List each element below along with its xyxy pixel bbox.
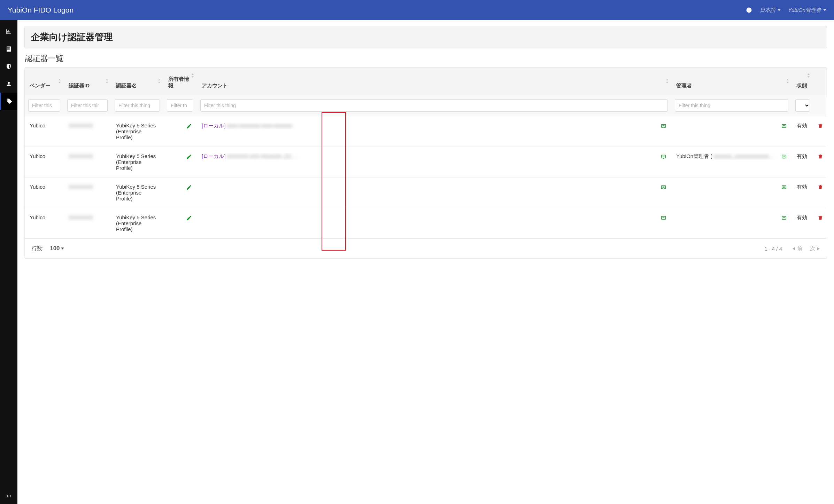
cell-owner [163, 208, 197, 239]
account-value: XXXXXX-xXX-XXxxxXx ,[ロ… [227, 153, 297, 159]
cell-status: 有効 [792, 116, 813, 147]
filter-admin[interactable] [675, 99, 788, 112]
inbox-icon[interactable] [661, 214, 666, 221]
account-value: xxxx-xxxxxxxx-xxxx-xxxxxxx [227, 123, 293, 128]
cell-status: 有効 [792, 147, 813, 178]
sidebar-item-authenticators[interactable] [0, 93, 17, 110]
language-label: 日本語 [760, 7, 775, 14]
chevron-down-icon [61, 247, 64, 250]
content: 企業向け認証器管理 認証器一覧 ベンダー 認証器ID 認証器名 所有者情報 アカ… [17, 20, 834, 504]
col-delete [813, 68, 827, 95]
filter-authenticator-id[interactable] [67, 99, 108, 112]
cell-authenticator-name: YubiKey 5 Series (Enterprise Profile) [111, 178, 163, 208]
cell-account [197, 208, 671, 239]
sidebar-item-users[interactable] [0, 75, 17, 93]
info-icon[interactable] [746, 7, 752, 13]
topbar: YubiOn FIDO Logon 日本語 YubiOn管理者 [0, 0, 834, 20]
filter-authenticator-name[interactable] [115, 99, 160, 112]
user-label: YubiOn管理者 [788, 7, 821, 14]
inbox-icon[interactable] [781, 123, 787, 129]
page-title: 企業向け認証器管理 [31, 31, 820, 43]
language-dropdown[interactable]: 日本語 [760, 7, 781, 14]
edit-icon[interactable] [186, 184, 192, 190]
trash-icon[interactable] [818, 123, 823, 128]
inbox-icon[interactable] [781, 184, 787, 190]
col-status[interactable]: 状態 [792, 68, 813, 95]
sidebar-toggle[interactable] [0, 488, 17, 504]
cell-owner [163, 178, 197, 208]
cell-vendor: Yubico [25, 147, 64, 178]
pager: 前 次 [793, 245, 820, 252]
inbox-icon[interactable] [661, 123, 666, 129]
col-admin[interactable]: 管理者 [671, 68, 792, 95]
col-account[interactable]: アカウント [197, 68, 671, 95]
cell-admin [671, 178, 792, 208]
edit-icon[interactable] [186, 123, 192, 128]
trash-icon[interactable] [818, 184, 823, 190]
brand-title: YubiOn FIDO Logon [8, 6, 74, 14]
page-next[interactable]: 次 [810, 245, 820, 252]
filter-status[interactable] [795, 99, 810, 112]
cell-delete [813, 116, 827, 147]
cell-authenticator-id: XXXXXXX [64, 116, 111, 147]
col-authenticator-id[interactable]: 認証器ID [64, 68, 111, 95]
authenticator-table: ベンダー 認証器ID 認証器名 所有者情報 アカウント 管理者 状態 [25, 68, 827, 238]
cell-authenticator-name: YubiKey 5 Series (Enterprise Profile) [111, 208, 163, 239]
triangle-left-icon [793, 247, 795, 250]
filter-account[interactable] [200, 99, 668, 112]
col-owner-info[interactable]: 所有者情報 [163, 68, 197, 95]
cell-authenticator-id: XXXXXXX [64, 147, 111, 178]
rows-label: 行数: [32, 245, 44, 252]
page-prev[interactable]: 前 [793, 245, 802, 252]
inbox-icon[interactable] [661, 153, 666, 160]
chevron-down-icon [778, 9, 781, 11]
cell-status: 有効 [792, 208, 813, 239]
user-dropdown[interactable]: YubiOn管理者 [788, 7, 826, 14]
chart-icon [6, 29, 12, 35]
cell-vendor: Yubico [25, 208, 64, 239]
inbox-icon[interactable] [661, 184, 666, 190]
edit-icon[interactable] [186, 153, 192, 159]
cell-account [197, 178, 671, 208]
cell-status: 有効 [792, 178, 813, 208]
cell-admin [671, 208, 792, 239]
account-prefix: [ローカル] [202, 153, 225, 159]
sidebar-item-dashboard[interactable] [0, 23, 17, 40]
trash-icon[interactable] [818, 153, 823, 159]
cell-authenticator-id: XXXXXXX [64, 178, 111, 208]
cell-admin: YubiOn管理者 ( xxxxxxx_xxxxxxxxxxxxx… [671, 147, 792, 178]
expand-icon [5, 493, 12, 499]
sidebar [0, 20, 17, 504]
cell-vendor: Yubico [25, 178, 64, 208]
inbox-icon[interactable] [781, 214, 787, 221]
page-header: 企業向け認証器管理 [24, 26, 827, 48]
cell-account: [ローカル] XXXXXX-xXX-XXxxxXx ,[ロ… [197, 147, 671, 178]
list-title: 認証器一覧 [25, 53, 827, 64]
admin-value: YubiOn管理者 ( [676, 153, 712, 159]
inbox-icon[interactable] [781, 153, 787, 160]
sidebar-item-organization[interactable] [0, 40, 17, 58]
table-row: Yubico XXXXXXX YubiKey 5 Series (Enterpr… [25, 208, 827, 239]
cell-delete [813, 208, 827, 239]
cell-account: [ローカル] xxxx-xxxxxxxx-xxxx-xxxxxxx [197, 116, 671, 147]
rows-per-page[interactable]: 100 [50, 245, 64, 252]
building-icon [6, 46, 12, 52]
page-range: 1 - 4 / 4 [764, 246, 782, 252]
col-vendor[interactable]: ベンダー [25, 68, 64, 95]
table-row: Yubico XXXXXXX YubiKey 5 Series (Enterpr… [25, 147, 827, 178]
cell-authenticator-name: YubiKey 5 Series (Enterprise Profile) [111, 147, 163, 178]
user-icon [6, 81, 12, 87]
account-prefix: [ローカル] [202, 123, 225, 128]
table-wrapper: ベンダー 認証器ID 認証器名 所有者情報 アカウント 管理者 状態 [24, 67, 827, 259]
filter-vendor[interactable] [28, 99, 60, 112]
cell-delete [813, 178, 827, 208]
sidebar-item-security[interactable] [0, 58, 17, 75]
filter-owner[interactable] [167, 99, 193, 112]
col-authenticator-name[interactable]: 認証器名 [111, 68, 163, 95]
table-footer: 行数: 100 1 - 4 / 4 前 次 [25, 238, 827, 258]
trash-icon[interactable] [818, 214, 823, 220]
cell-authenticator-name: YubiKey 5 Series (Enterprise Profile) [111, 116, 163, 147]
tag-icon [6, 98, 13, 104]
triangle-right-icon [817, 247, 820, 250]
edit-icon[interactable] [186, 214, 192, 220]
